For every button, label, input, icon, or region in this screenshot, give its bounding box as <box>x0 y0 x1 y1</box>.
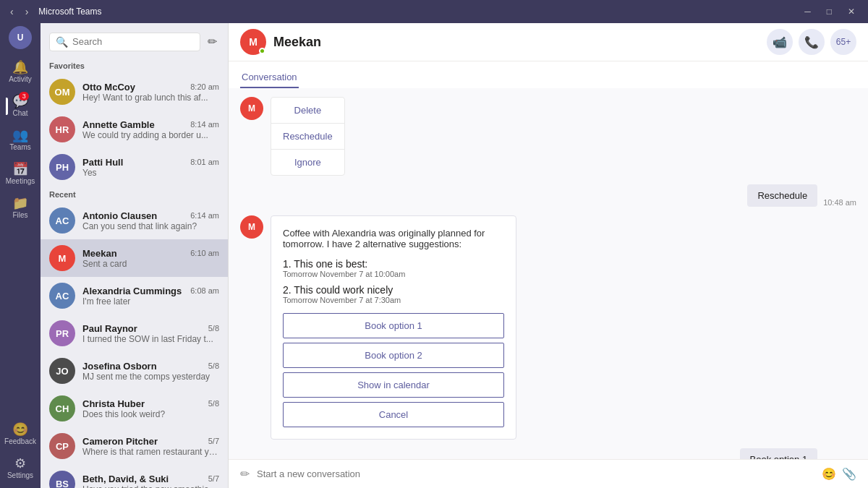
activity-label: Feedback <box>4 437 36 445</box>
emoji-button[interactable]: 😊 <box>822 467 836 481</box>
activity-label: Activity <box>9 75 32 83</box>
activity-item-meetings[interactable]: 📅Meetings <box>6 157 35 191</box>
action-btn-book-option-2[interactable]: Book option 2 <box>283 343 504 368</box>
chat-name: Paul Raynor <box>82 323 137 334</box>
minimize-button[interactable]: ─ <box>797 4 818 20</box>
action-btn-show-in-calendar[interactable]: Show in calendar <box>283 372 504 398</box>
chat-avatar: CP <box>49 433 75 459</box>
video-call-button[interactable]: 📹 <box>767 29 793 55</box>
chat-preview: MJ sent me the comps yesterday <box>82 372 219 382</box>
chat-name: Otto McCoy <box>82 82 135 93</box>
input-area: ✏ 😊 📎 <box>229 459 868 488</box>
chat-preview: Have you tried the new smoothie... <box>82 484 219 489</box>
message-time: 10:48 am <box>823 198 856 207</box>
bot-message-reschedule-card: M Delete Reschedule Ignore <box>240 97 856 176</box>
user-book-text: Book option 1 <box>750 454 808 459</box>
chat-name-row: Annette Gamble 8:14 am <box>82 119 219 130</box>
favorites-label: Favorites <box>41 57 228 73</box>
input-actions: 😊 📎 <box>822 467 856 481</box>
chat-avatar: AC <box>49 283 75 309</box>
chat-header-actions: 📹 📞 65+ <box>767 29 856 55</box>
chat-preview: Yes <box>82 168 219 178</box>
chat-time: 8:14 am <box>190 120 219 129</box>
activity-item-chat[interactable]: 💬Chat3 <box>6 89 35 123</box>
chat-item[interactable]: M Meekan 6:10 am Sent a card <box>41 239 228 277</box>
chat-item[interactable]: PR Paul Raynor 5/8 I turned the SOW in l… <box>41 314 228 352</box>
chat-item[interactable]: JO Josefina Osborn 5/8 MJ sent me the co… <box>41 352 228 390</box>
chat-info: Otto McCoy 8:20 am Hey! Want to grab lun… <box>82 82 219 103</box>
option-item-2: 2. This could work nicelyTomorrow Novemb… <box>283 284 504 304</box>
chat-name-row: Josefina Osborn 5/8 <box>82 361 219 372</box>
option-item-1: 1. This one is best:Tomorrow November 7 … <box>283 258 504 278</box>
activity-item-files[interactable]: 📁Files <box>6 191 35 225</box>
status-indicator <box>259 48 265 54</box>
messages-area: M Delete Reschedule Ignore Reschedule 10… <box>229 88 868 459</box>
chat-name-row: Beth, David, & Suki 5/7 <box>82 474 219 484</box>
chat-info: Meekan 6:10 am Sent a card <box>82 248 219 269</box>
titlebar-nav: ‹ › <box>6 4 33 19</box>
chat-name-row: Meekan 6:10 am <box>82 248 219 259</box>
close-button[interactable]: ✕ <box>841 4 862 20</box>
chat-time: 6:08 am <box>190 286 219 295</box>
chat-item[interactable]: OM Otto McCoy 8:20 am Hey! Want to grab … <box>41 73 228 111</box>
activity-item-feedback[interactable]: 😊Feedback <box>4 417 36 451</box>
chat-item[interactable]: PH Patti Hull 8:01 am Yes <box>41 148 228 186</box>
back-button[interactable]: ‹ <box>6 4 18 19</box>
bot-message-suggestions: M Coffee with Alexandria was originally … <box>240 215 856 440</box>
action-btn-cancel[interactable]: Cancel <box>283 402 504 427</box>
search-input[interactable] <box>72 36 194 47</box>
chat-name: Annette Gamble <box>82 119 155 130</box>
option-title: 1. This one is best: <box>283 258 504 270</box>
chat-item[interactable]: BS Beth, David, & Suki 5/7 Have you trie… <box>41 465 228 488</box>
activity-label: Chat <box>12 109 27 117</box>
chat-time: 6:10 am <box>190 249 219 257</box>
action-btn-book-option-1[interactable]: Book option 1 <box>283 313 504 338</box>
chat-name-row: Cameron Pitcher 5/7 <box>82 436 219 447</box>
chat-time: 5/8 <box>208 361 219 370</box>
compose-button[interactable]: ✏ <box>205 32 220 51</box>
chat-header: M Meekan 📹 📞 65+ <box>229 23 868 61</box>
activity-item-teams[interactable]: 👥Teams <box>6 123 35 157</box>
forward-button[interactable]: › <box>21 4 33 19</box>
chat-preview: Sent a card <box>82 259 219 269</box>
chat-name: Alexandria Cummings <box>82 286 182 296</box>
user-avatar[interactable]: U <box>9 26 32 49</box>
chat-name: Patti Hull <box>82 157 123 168</box>
chat-item[interactable]: CP Cameron Pitcher 5/7 Where is that ram… <box>41 427 228 465</box>
chat-preview: Can you send that link again? <box>82 221 219 231</box>
chat-preview: I turned the SOW in last Friday t... <box>82 334 219 344</box>
chat-name-row: Otto McCoy 8:20 am <box>82 82 219 93</box>
option-title: 2. This could work nicely <box>283 284 504 296</box>
chat-avatar: PR <box>49 320 75 346</box>
phone-call-button[interactable]: 📞 <box>799 29 825 55</box>
message-input[interactable] <box>257 468 814 479</box>
reschedule-button[interactable]: Reschedule <box>271 123 344 149</box>
meekan-avatar: M <box>240 29 266 55</box>
maximize-button[interactable]: □ <box>820 4 839 20</box>
activity-icon: 🔔 <box>12 61 28 74</box>
chat-item[interactable]: HR Annette Gamble 8:14 am We could try a… <box>41 111 228 148</box>
chat-time: 5/7 <box>208 437 219 445</box>
tab-conversation[interactable]: Conversation <box>240 67 299 88</box>
more-options-button[interactable]: 65+ <box>830 29 856 55</box>
activity-item-settings[interactable]: ⚙Settings <box>4 451 36 485</box>
chat-item[interactable]: AC Alexandria Cummings 6:08 am I'm free … <box>41 277 228 314</box>
chat-item[interactable]: CH Christa Huber 5/8 Does this look weir… <box>41 390 228 427</box>
activity-item-activity[interactable]: 🔔Activity <box>6 55 35 89</box>
chat-info: Christa Huber 5/8 Does this look weird? <box>82 398 219 419</box>
ignore-button[interactable]: Ignore <box>271 149 344 175</box>
search-box[interactable]: 🔍 <box>49 33 200 51</box>
chat-preview: Hey! Want to grab lunch this af... <box>82 93 219 103</box>
suggestions-card: Coffee with Alexandria was originally pl… <box>271 215 516 440</box>
chat-name-row: Antonio Clausen 6:14 am <box>82 210 219 221</box>
chat-time: 5/8 <box>208 324 219 333</box>
delete-button[interactable]: Delete <box>271 98 344 123</box>
tab-bar: Conversation <box>229 61 868 88</box>
chat-item[interactable]: AC Antonio Clausen 6:14 am Can you send … <box>41 202 228 239</box>
activity-bar: U 🔔Activity💬Chat3👥Teams📅Meetings📁Files 😊… <box>0 23 41 488</box>
chat-time: 6:14 am <box>190 211 219 220</box>
attachment-button[interactable]: 📎 <box>842 467 856 481</box>
chat-time: 8:01 am <box>190 158 219 166</box>
sidebar-header: 🔍 ✏ <box>41 23 228 57</box>
meetings-icon: 📅 <box>12 163 28 176</box>
